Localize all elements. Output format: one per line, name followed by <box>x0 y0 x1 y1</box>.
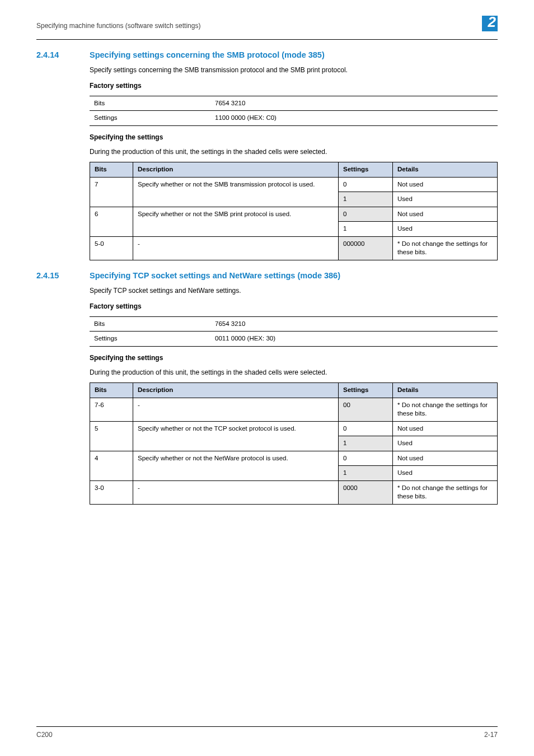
table-row: 4Specify whether or not the NetWare prot… <box>90 451 498 466</box>
table-header: Details <box>393 162 498 178</box>
section-number: 2.4.14 <box>36 50 90 61</box>
spec-table: BitsDescriptionSettingsDetails7-6-00* Do… <box>90 382 498 505</box>
factory-settings-table: Bits7654 3210Settings1100 0000 (HEX: C0) <box>90 96 498 126</box>
spec-table: BitsDescriptionSettingsDetails7Specify w… <box>90 162 498 260</box>
cell-details: * Do not change the settings for these b… <box>393 480 498 504</box>
table-row: 6Specify whether or not the SMB print pr… <box>90 207 498 222</box>
cell-settings: 0 <box>339 207 393 222</box>
cell-settings: 1 <box>339 192 393 207</box>
section-body: Specify settings concerning the SMB tran… <box>90 66 498 260</box>
chapter-number: 2 <box>488 15 496 29</box>
cell-settings: 0 <box>339 177 393 192</box>
cell-settings: 1 <box>339 436 393 451</box>
cell-details: Not used <box>393 421 498 436</box>
section-heading: 2.4.14Specifying settings concerning the… <box>36 50 498 61</box>
cell-bits: 5-0 <box>90 236 133 260</box>
spec-heading: Specifying the settings <box>90 133 498 142</box>
section-title: Specifying TCP socket settings and NetWa… <box>90 270 340 282</box>
running-title: Specifying machine functions (software s… <box>36 21 200 30</box>
cell-description: - <box>133 398 339 421</box>
spec-intro: During the production of this unit, the … <box>90 368 498 377</box>
table-row: 3-0-0000* Do not change the settings for… <box>90 480 498 504</box>
cell-details: * Do not change the settings for these b… <box>393 398 498 421</box>
table-row: 7Specify whether or not the SMB transmis… <box>90 177 498 192</box>
spec-intro: During the production of this unit, the … <box>90 147 498 156</box>
cell-description: Specify whether or not the NetWare proto… <box>133 451 339 480</box>
cell-bits: 6 <box>90 207 133 236</box>
cell: 7654 3210 <box>210 96 498 111</box>
cell-settings: 00 <box>339 398 393 421</box>
section: 2.4.15Specifying TCP socket settings and… <box>36 270 498 505</box>
page-footer: C200 2-17 <box>36 726 498 739</box>
chapter-badge: 2 <box>479 16 498 36</box>
table-header: Settings <box>339 162 393 178</box>
table-header: Bits <box>90 162 133 178</box>
cell-settings: 1 <box>339 222 393 237</box>
cell: Settings <box>90 111 210 126</box>
header-rule <box>36 39 498 40</box>
table-row: 5-0-000000* Do not change the settings f… <box>90 236 498 260</box>
footer-left: C200 <box>36 730 53 739</box>
cell-settings: 000000 <box>339 236 393 260</box>
factory-settings-table: Bits7654 3210Settings0011 0000 (HEX: 30) <box>90 316 498 347</box>
section-intro: Specify settings concerning the SMB tran… <box>90 66 498 74</box>
page-header: Specifying machine functions (software s… <box>36 16 498 36</box>
section-heading: 2.4.15Specifying TCP socket settings and… <box>36 270 498 282</box>
cell-settings: 1 <box>339 466 393 481</box>
cell: Bits <box>90 316 210 332</box>
factory-settings-heading: Factory settings <box>90 302 498 311</box>
table-row: 7-6-00* Do not change the settings for t… <box>90 398 498 421</box>
cell-bits: 5 <box>90 421 133 451</box>
table-header: Description <box>133 162 339 178</box>
cell: 0011 0000 (HEX: 30) <box>210 332 498 347</box>
cell-details: * Do not change the settings for these b… <box>393 236 498 260</box>
cell-details: Not used <box>393 207 498 222</box>
cell: Bits <box>90 96 210 111</box>
section-title: Specifying settings concerning the SMB p… <box>90 50 325 61</box>
cell-bits: 4 <box>90 451 133 480</box>
section: 2.4.14Specifying settings concerning the… <box>36 50 498 260</box>
cell-details: Not used <box>393 177 498 192</box>
cell-details: Used <box>393 222 498 237</box>
cell-description: - <box>133 480 339 504</box>
cell-details: Used <box>393 192 498 207</box>
cell-settings: 0 <box>339 451 393 466</box>
factory-settings-heading: Factory settings <box>90 81 498 90</box>
table-header: Bits <box>90 383 133 398</box>
cell-description: Specify whether or not the SMB print pro… <box>133 207 339 236</box>
section-intro: Specify TCP socket settings and NetWare … <box>90 286 498 295</box>
table-row: 5Specify whether or not the TCP socket p… <box>90 421 498 436</box>
table-header: Description <box>133 383 339 398</box>
cell: 1100 0000 (HEX: C0) <box>210 111 498 126</box>
table-header: Details <box>393 383 498 398</box>
section-body: Specify TCP socket settings and NetWare … <box>90 286 498 505</box>
spec-heading: Specifying the settings <box>90 353 498 362</box>
cell-description: Specify whether or not the SMB transmiss… <box>133 177 339 207</box>
footer-right: 2-17 <box>484 730 498 739</box>
cell-description: Specify whether or not the TCP socket pr… <box>133 421 339 451</box>
cell-details: Used <box>393 436 498 451</box>
cell-bits: 3-0 <box>90 480 133 504</box>
section-number: 2.4.15 <box>36 270 90 282</box>
cell: 7654 3210 <box>210 316 498 332</box>
cell-bits: 7-6 <box>90 398 133 421</box>
table-header: Settings <box>339 383 393 398</box>
cell-description: - <box>133 236 339 260</box>
cell-settings: 0000 <box>339 480 393 504</box>
cell-bits: 7 <box>90 177 133 207</box>
cell-details: Used <box>393 466 498 481</box>
cell-details: Not used <box>393 451 498 466</box>
cell: Settings <box>90 332 210 347</box>
cell-settings: 0 <box>339 421 393 436</box>
